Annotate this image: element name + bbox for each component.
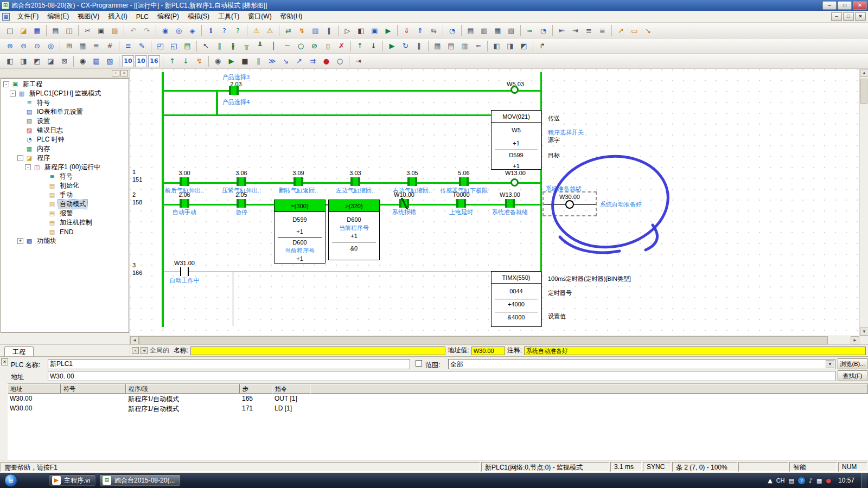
scrollbar-thumb[interactable]	[860, 79, 867, 104]
menu-item[interactable]: 窗口(W)	[244, 10, 276, 23]
scroll-right-icon[interactable]: ►	[851, 336, 859, 344]
horizontal-line-icon[interactable]: ─	[281, 40, 293, 52]
monitor-icon[interactable]: ▥	[309, 24, 322, 36]
zoom-100-icon[interactable]: ◎	[44, 40, 57, 52]
tree-expander-icon[interactable]: -	[25, 164, 31, 170]
menu-item[interactable]: 工具(T)	[214, 10, 244, 23]
mdi-child-icon[interactable]: ▦	[2, 13, 10, 21]
tree-item-programs[interactable]: - ◪ 程序	[1, 153, 129, 163]
timer-instruction-box[interactable]: TIMX(550) 0044 +4000 &4000	[491, 271, 541, 327]
menu-item[interactable]: 插入(I)	[104, 10, 131, 23]
window-split-v-icon[interactable]: ◨	[504, 40, 516, 52]
browse-button[interactable]: 浏览(B)...	[838, 358, 867, 369]
simulate-icon[interactable]: ▶	[386, 40, 398, 52]
compare-with-plc-icon[interactable]: ⇆	[427, 24, 440, 36]
redo-icon[interactable]: ↷	[141, 24, 153, 36]
notification-icon[interactable]: ●	[826, 477, 831, 484]
menu-item[interactable]: 文件(F)	[13, 10, 43, 23]
tree-item-symbols[interactable]: ≡ 符号	[1, 98, 129, 107]
close-all-icon[interactable]: ⊠	[58, 55, 71, 67]
breakpoint-icon[interactable]: ●	[320, 55, 333, 67]
menu-item[interactable]: 帮助(H)	[276, 10, 307, 23]
close-tree-panel-button[interactable]: ×	[120, 70, 128, 76]
replace-icon[interactable]: ◎	[173, 24, 185, 36]
window-symbol-icon[interactable]: ▤	[464, 24, 477, 36]
taskbar-clock[interactable]: 10:57	[838, 477, 854, 484]
plc-memory-icon[interactable]: ▦	[431, 40, 444, 52]
result-row[interactable]: W30.00 新程序1/自动模式 165 OUT [1]	[8, 394, 868, 403]
help-icon[interactable]: ?	[218, 24, 231, 36]
taskbar-button-labview[interactable]: ▶ 主程序.vi	[49, 474, 96, 486]
arrange-icons-icon[interactable]: ◪	[44, 55, 57, 67]
scroll-down-icon[interactable]: ▼	[860, 328, 868, 336]
scope-checkbox[interactable]	[416, 360, 422, 367]
or-contact-no-icon[interactable]: ╥	[240, 40, 253, 52]
step-in-icon[interactable]: ↘	[279, 55, 292, 67]
child-close-button[interactable]: ✕	[855, 12, 866, 21]
sim-stop-icon[interactable]: ■	[239, 55, 251, 67]
data-trace-icon[interactable]: ≈	[472, 40, 484, 52]
grid-icon[interactable]: ⊞	[63, 40, 75, 52]
auto-online-icon[interactable]: ↯	[296, 24, 308, 36]
align-list-icon[interactable]: ≣	[596, 24, 609, 36]
tab-project[interactable]: 工程	[4, 346, 34, 356]
cut-icon[interactable]: ✂	[81, 24, 94, 36]
menu-item[interactable]: 编程(P)	[153, 10, 183, 23]
contact[interactable]: W13.00系统准备就绪	[488, 191, 532, 215]
compare-instruction-box[interactable]: =(300) D599 +1 D600 当前程序号 +1	[274, 200, 326, 264]
hidden-icons-chevron-icon[interactable]: ▲	[768, 477, 772, 484]
contact-no-icon[interactable]: ∥	[213, 40, 226, 52]
info-icon[interactable]: ℹ	[205, 24, 217, 36]
vertical-line-icon[interactable]: │	[267, 40, 280, 52]
function-block-instance-icon[interactable]: ◱	[168, 40, 180, 52]
address-input[interactable]	[48, 371, 835, 381]
simulate-pause-icon[interactable]: ‖	[413, 40, 425, 52]
transfer-from-plc-icon[interactable]: ⇑	[414, 24, 426, 36]
sim-online-icon[interactable]: ◉	[212, 55, 224, 67]
window-io-icon[interactable]: ▦	[492, 24, 504, 36]
clock-icon[interactable]: ◔	[537, 24, 550, 36]
menu-item[interactable]: 编辑(E)	[43, 10, 73, 23]
window-mnemonic-icon[interactable]: ▥	[478, 24, 490, 36]
tree-item-section-init[interactable]: ▤ 初始化	[1, 181, 129, 190]
no-contact-symbol[interactable]	[229, 86, 239, 95]
tree-expander-icon[interactable]: +	[17, 238, 23, 244]
close-button[interactable]: ✕	[853, 1, 867, 10]
column-header-address[interactable]: 地址	[8, 384, 61, 394]
delete-icon[interactable]: ✗	[335, 40, 348, 52]
tree-item-settings[interactable]: ▧ 设置	[1, 117, 129, 126]
column-header-symbol[interactable]: 符号	[61, 384, 126, 394]
tree-expander-icon[interactable]: -	[3, 81, 9, 87]
chevron-down-icon[interactable]: ▼	[826, 360, 834, 368]
plc-settings-icon[interactable]: ▥	[458, 40, 471, 52]
show-desktop-button[interactable]	[861, 473, 867, 488]
sim-pause-icon[interactable]: ‖	[252, 55, 265, 67]
monitor-signed-decimal-icon[interactable]: 10	[135, 55, 147, 67]
monitor-hex-icon[interactable]: 16	[148, 55, 160, 67]
address-value-field[interactable]: W30.00	[471, 346, 505, 355]
column-header-instruction[interactable]: 指令	[272, 384, 310, 394]
start-button[interactable]: ⊞	[4, 474, 17, 487]
menu-item[interactable]: PLC	[132, 11, 153, 22]
tree-item-new-project[interactable]: - ▣ 新工程	[1, 80, 129, 89]
instruction-box-icon[interactable]: ▯	[322, 40, 334, 52]
tile-vertical-icon[interactable]: ◩	[31, 55, 43, 67]
print-preview-icon[interactable]: ◫	[63, 24, 75, 36]
coil-nc-icon[interactable]: ⊘	[308, 40, 321, 52]
tile-horizontal-icon[interactable]: ◨	[17, 55, 30, 67]
child-minimize-button[interactable]: –	[831, 12, 842, 21]
tree-item-program-symbols[interactable]: ≡ 符号	[1, 172, 129, 181]
transfer-to-plc-icon[interactable]: ⇓	[400, 24, 413, 36]
draw-free-icon[interactable]: ↘	[642, 24, 654, 36]
continuous-step-icon[interactable]: ⇉	[307, 55, 319, 67]
run-mode-icon[interactable]: ▶	[382, 24, 394, 36]
align-icon[interactable]: ≡	[583, 24, 595, 36]
step-out-icon[interactable]: ↗	[293, 55, 305, 67]
contact[interactable]: 3.09翻转气缸返回..	[277, 170, 320, 194]
tree-expander-icon[interactable]: -	[17, 155, 23, 161]
split-window-button-2[interactable]: ◄	[141, 347, 148, 354]
or-contact-nc-icon[interactable]: ╨	[254, 40, 266, 52]
compile-all-icon[interactable]: ⚠	[264, 24, 276, 36]
find-icon[interactable]: ◉	[159, 24, 171, 36]
paste-icon[interactable]: ▨	[108, 24, 121, 36]
